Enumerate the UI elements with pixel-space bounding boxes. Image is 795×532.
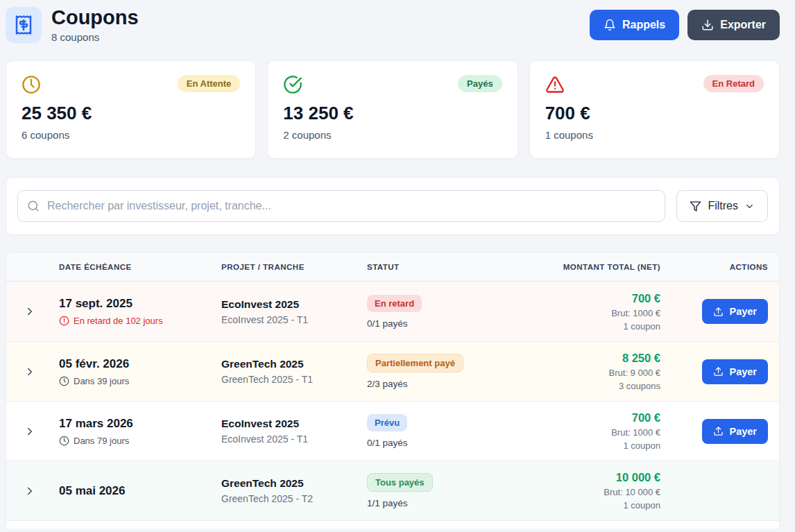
table-header-row: Date échéance Projet / Tranche Statut Mo… — [6, 252, 779, 282]
paid-ratio: 0/1 payés — [367, 318, 493, 329]
status-badge: Tous payés — [367, 473, 433, 492]
tranche-name: EcoInvest 2025 - T1 — [221, 434, 361, 445]
column-header-actions: Actions — [660, 263, 779, 271]
upload-icon — [713, 366, 724, 377]
due-date: 17 mars 2026 — [59, 417, 216, 431]
project-name: EcoInvest 2025 — [221, 418, 361, 430]
net-amount: 700 € — [493, 292, 660, 305]
table-row: 17 mars 2026 Dans 79 jours EcoInvest 202… — [6, 401, 779, 461]
upload-icon — [713, 426, 724, 436]
status-badge: En retard — [367, 295, 422, 312]
pending-amount: 25 350 € — [22, 103, 240, 124]
coupon-count: 1 coupon — [493, 440, 660, 451]
bell-icon — [604, 19, 616, 31]
rappels-label: Rappels — [622, 19, 665, 31]
late-count: 1 coupons — [545, 129, 764, 141]
gross-amount: Brut: 1000 € — [493, 308, 660, 318]
exporter-label: Exporter — [720, 19, 766, 31]
column-header-project: Projet / Tranche — [216, 263, 361, 271]
net-amount: 10 000 € — [493, 471, 660, 484]
due-note: En retard de 102 jours — [74, 316, 163, 326]
coupon-count: 3 coupons — [493, 381, 660, 391]
table-row: 05 févr. 2026 Dans 39 jours GreenTech 20… — [6, 341, 779, 401]
status-badge: En Retard — [703, 75, 764, 92]
chevron-right-icon — [24, 425, 36, 438]
status-badge: Prévu — [367, 414, 407, 431]
chevron-right-icon — [24, 366, 36, 378]
status-badge: Partiellement payé — [367, 354, 463, 372]
payer-button[interactable]: Payer — [702, 419, 768, 444]
expand-row-button[interactable] — [6, 485, 53, 497]
status-badge: Payés — [458, 75, 502, 92]
coupon-count: 1 coupon — [493, 321, 660, 332]
coupons-table: Date échéance Projet / Tranche Statut Mo… — [6, 252, 780, 529]
due-note: Dans 79 jours — [74, 436, 129, 446]
funnel-icon — [690, 200, 701, 212]
coupon-count: 1 coupon — [493, 500, 660, 510]
filters-label: Filtres — [708, 200, 738, 212]
late-amount: 700 € — [545, 103, 764, 124]
tranche-name: GreenTech 2025 - T2 — [221, 493, 361, 504]
due-note: Dans 39 jours — [74, 376, 129, 386]
due-date: 17 sept. 2025 — [59, 297, 216, 311]
gross-amount: Brut: 10 000 € — [493, 487, 660, 497]
page-header: Coupons 8 coupons Rappels Export — [6, 7, 780, 43]
alert-triangle-icon — [545, 75, 565, 94]
expand-row-button[interactable] — [6, 366, 53, 378]
net-amount: 8 250 € — [493, 352, 660, 365]
net-amount: 700 € — [493, 411, 660, 424]
coupon-receipt-icon — [6, 7, 42, 43]
upload-icon — [713, 307, 724, 317]
project-name: GreenTech 2025 — [221, 358, 361, 370]
chevron-down-icon — [744, 201, 755, 212]
status-badge: En Attente — [178, 75, 241, 92]
paid-ratio: 0/1 payés — [367, 438, 493, 448]
table-row: 05 mai 2026 GreenTech 2025 GreenTech 202… — [6, 461, 779, 520]
alert-circle-icon — [59, 316, 69, 326]
project-name: EcoInvest 2025 — [221, 298, 361, 311]
search-input[interactable] — [17, 190, 665, 222]
pending-count: 6 coupons — [22, 129, 240, 141]
coupons-page: Coupons 8 coupons Rappels Export — [0, 0, 795, 529]
table-row: 17 sept. 2025 En retard de 102 jours Eco… — [6, 282, 779, 341]
column-header-status: Statut — [361, 263, 493, 271]
due-date: 05 mai 2026 — [59, 484, 216, 498]
expand-row-button[interactable] — [6, 305, 53, 318]
expand-row-button[interactable] — [6, 425, 53, 438]
paid-ratio: 2/3 payés — [367, 379, 493, 389]
download-icon — [701, 19, 714, 31]
stat-card-paid: Payés 13 250 € 2 coupons — [267, 60, 518, 159]
gross-amount: Brut: 9 000 € — [493, 368, 660, 378]
check-circle-icon — [283, 75, 302, 94]
paid-ratio: 1/1 payés — [367, 498, 493, 508]
tranche-name: GreenTech 2025 - T1 — [221, 374, 361, 385]
column-header-amount: Montant total (net) — [493, 263, 660, 271]
clock-icon — [22, 75, 41, 94]
search-icon — [27, 200, 40, 212]
chevron-right-icon — [24, 485, 36, 497]
stats-row: En Attente 25 350 € 6 coupons Payés 13 2… — [6, 60, 780, 159]
stat-card-pending: En Attente 25 350 € 6 coupons — [6, 60, 256, 159]
due-date: 05 févr. 2026 — [59, 357, 216, 371]
next-row-partial — [6, 520, 779, 529]
rappels-button[interactable]: Rappels — [590, 10, 679, 40]
clock-icon — [59, 436, 69, 446]
paid-count: 2 coupons — [283, 129, 502, 141]
payer-button[interactable]: Payer — [702, 359, 768, 384]
project-name: GreenTech 2025 — [221, 477, 361, 490]
exporter-button[interactable]: Exporter — [687, 10, 780, 40]
chevron-right-icon — [24, 305, 36, 318]
tranche-name: EcoInvest 2025 - T1 — [221, 314, 361, 325]
coupon-count-subtitle: 8 coupons — [51, 31, 139, 43]
gross-amount: Brut: 1000 € — [493, 427, 660, 438]
clock-icon — [59, 376, 69, 386]
search-bar: Filtres — [6, 177, 780, 235]
payer-button[interactable]: Payer — [702, 299, 768, 324]
page-title: Coupons — [51, 7, 139, 29]
paid-amount: 13 250 € — [283, 103, 502, 124]
filters-button[interactable]: Filtres — [676, 190, 768, 222]
column-header-date: Date échéance — [53, 263, 216, 271]
stat-card-late: En Retard 700 € 1 coupons — [529, 60, 780, 159]
